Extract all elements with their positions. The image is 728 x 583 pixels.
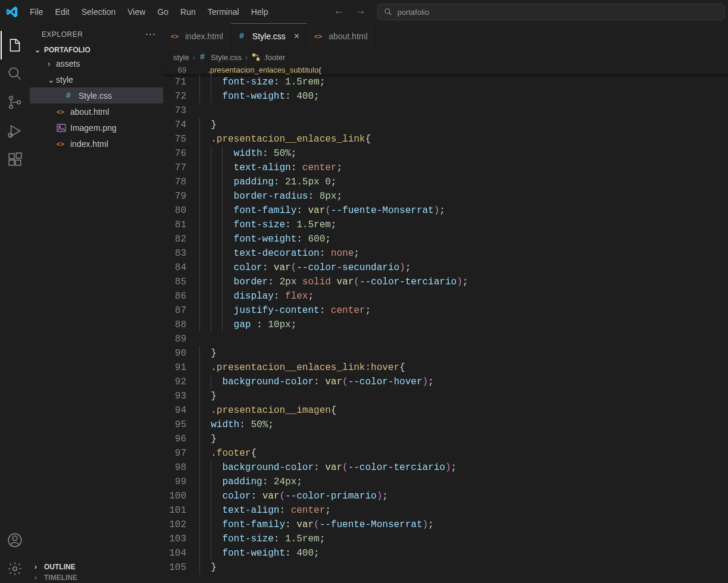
code-line[interactable]: 99 padding: 24px; [164, 475, 728, 489]
line-number: 79 [164, 189, 199, 203]
titlebar: FileEditSelectionViewGoRunTerminalHelp ←… [0, 0, 728, 24]
tab[interactable]: <>index.html [164, 24, 231, 49]
code-line[interactable]: 102 font-family: var(--fuente-Monserrat)… [164, 518, 728, 532]
tab[interactable]: #Style.css× [231, 23, 307, 48]
outline-section[interactable]: › OUTLINE [30, 562, 163, 572]
svg-text:#: # [66, 91, 71, 100]
code-line[interactable]: 94 .presentacion__imagen{ [164, 403, 728, 418]
breadcrumbs[interactable]: style›#Style.css›.footer [164, 49, 728, 65]
menu-selection[interactable]: Selection [76, 4, 122, 20]
svg-rect-8 [9, 153, 14, 159]
code-line[interactable]: 91 .presentacion__enlaces_link:hover{ [164, 361, 728, 375]
activity-explorer-icon[interactable] [1, 31, 29, 59]
menu-help[interactable]: Help [245, 4, 274, 20]
code-line[interactable]: 101 text-align: center; [164, 503, 728, 518]
command-center[interactable]: portafolio [377, 4, 724, 20]
breadcrumb-item[interactable]: .footer [251, 52, 285, 62]
code-line[interactable]: 71 font-size: 1.5rem; [164, 75, 728, 89]
line-number: 98 [164, 460, 199, 475]
code-line[interactable]: 81 font-size: 1.5rem; [164, 218, 728, 232]
tree-item[interactable]: ›assets [30, 55, 163, 71]
close-icon[interactable]: × [294, 31, 299, 42]
activity-debug-icon[interactable] [1, 117, 29, 145]
line-number: 96 [164, 432, 199, 446]
tree-project-header[interactable]: ⌄ PORTAFOLIO [30, 45, 163, 55]
svg-point-13 [13, 536, 17, 541]
code-line[interactable]: 77 text-align: center; [164, 161, 728, 175]
command-center-text: portafolio [397, 8, 429, 17]
line-number: 80 [164, 203, 199, 218]
menu-view[interactable]: View [121, 4, 151, 20]
code-line[interactable]: 103 font-size: 1.5rem; [164, 532, 728, 546]
tree-item[interactable]: <>about.html [30, 104, 163, 120]
sidebar-header: EXPLORER ··· [30, 24, 163, 45]
code-line[interactable]: 95 width: 50%; [164, 418, 728, 432]
tree-item[interactable]: ⌄style [30, 71, 163, 87]
code-line[interactable]: 92 background-color: var(--color-hover); [164, 375, 728, 389]
breadcrumb-item[interactable]: #Style.css [199, 52, 242, 62]
code-line[interactable]: 73 [164, 104, 728, 118]
code-line[interactable]: 86 display: flex; [164, 289, 728, 303]
svg-rect-10 [15, 160, 21, 165]
activity-account-icon[interactable] [1, 526, 29, 554]
activity-search-icon[interactable] [1, 59, 29, 88]
editor-area: <>index.html#Style.css×<>about.html styl… [164, 24, 728, 583]
code-line[interactable]: 97 .footer{ [164, 446, 728, 460]
activity-settings-icon[interactable] [1, 554, 29, 583]
breadcrumb-item[interactable]: style [173, 53, 189, 62]
search-icon [384, 8, 392, 16]
code-line[interactable]: 85 border: 2px solid var(--color-terciar… [164, 275, 728, 289]
code-line[interactable]: 75 .presentacion__enlaces_link{ [164, 132, 728, 146]
sidebar-more-icon[interactable]: ··· [145, 28, 156, 40]
chevron-right-icon: › [35, 573, 42, 582]
code-line[interactable]: 87 justify-content: center; [164, 303, 728, 318]
code-area[interactable]: 71 font-size: 1.5rem;72 font-weight: 400… [164, 75, 728, 583]
code-line[interactable]: 88 gap : 10px; [164, 318, 728, 332]
activity-extensions-icon[interactable] [1, 145, 29, 174]
tree-item[interactable]: <>index.html [30, 136, 163, 152]
code-line[interactable]: 84 color: var(--color-secundario); [164, 261, 728, 275]
code-line[interactable]: 105 } [164, 560, 728, 575]
code-line[interactable]: 100 color: var(--color-primario); [164, 489, 728, 503]
svg-rect-25 [257, 58, 260, 61]
line-number: 94 [164, 403, 199, 418]
code-line[interactable]: 93 } [164, 389, 728, 403]
code-line[interactable]: 74 } [164, 118, 728, 132]
activity-scm-icon[interactable] [1, 88, 29, 117]
code-line[interactable]: 80 font-family: var(--fuente-Monserrat); [164, 203, 728, 218]
nav-forward-icon[interactable]: → [355, 6, 365, 18]
tab[interactable]: <>about.html [307, 24, 375, 49]
code-line[interactable]: 90 } [164, 346, 728, 361]
code-line[interactable]: 72 font-weight: 400; [164, 89, 728, 104]
menu-go[interactable]: Go [151, 4, 174, 20]
menu-edit[interactable]: Edit [49, 4, 76, 20]
chevron-right-icon: › [35, 563, 42, 571]
line-number: 78 [164, 175, 199, 189]
sticky-scroll[interactable]: 69 .presentacion_enlaces_subtitulo{ [164, 65, 728, 75]
code-line[interactable]: 79 border-radius: 8px; [164, 189, 728, 203]
tree-item[interactable]: Imagem.png [30, 120, 163, 136]
line-number: 102 [164, 518, 199, 532]
code-line[interactable]: 96 } [164, 432, 728, 446]
menu-run[interactable]: Run [174, 4, 202, 20]
svg-text:#: # [200, 52, 205, 61]
code-line[interactable]: 82 font-weight: 600; [164, 232, 728, 246]
svg-point-18 [59, 126, 61, 127]
line-number: 88 [164, 318, 199, 332]
code-line[interactable]: 98 background-color: var(--color-terciar… [164, 460, 728, 475]
code-line[interactable]: 76 width: 50%; [164, 146, 728, 161]
line-number: 101 [164, 503, 199, 518]
menu-file[interactable]: File [24, 4, 49, 20]
code-line[interactable]: 104 font-weight: 400; [164, 546, 728, 560]
tree-item[interactable]: #Style.css [30, 87, 163, 104]
code-line[interactable]: 78 padding: 21.5px 0; [164, 175, 728, 189]
code-line[interactable]: 83 text-decoration: none; [164, 246, 728, 261]
line-number: 86 [164, 289, 199, 303]
timeline-section[interactable]: › TIMELINE [30, 572, 163, 583]
menu-terminal[interactable]: Terminal [202, 4, 245, 20]
svg-text:<>: <> [57, 140, 64, 148]
tabs: <>index.html#Style.css×<>about.html [164, 24, 728, 49]
code-line[interactable]: 89 [164, 332, 728, 346]
line-number: 75 [164, 132, 199, 146]
nav-back-icon[interactable]: ← [333, 6, 344, 18]
